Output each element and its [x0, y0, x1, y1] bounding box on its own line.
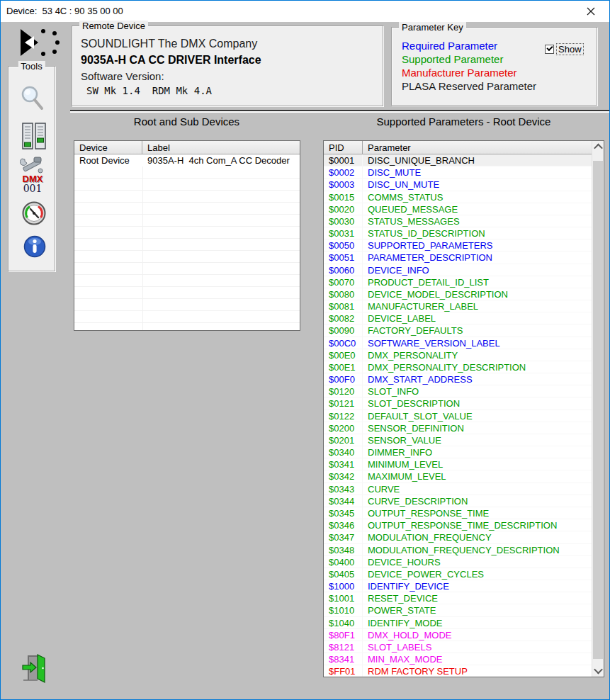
parameter-row[interactable]: $0050SUPPORTED_PARAMETERS	[324, 239, 593, 252]
parameter-row[interactable]: $0002DISC_MUTE	[324, 166, 593, 179]
checkbox-icon[interactable]	[545, 45, 554, 54]
discover-tool-button[interactable]	[20, 85, 45, 116]
parameter-pid: $0343	[324, 483, 363, 495]
show-checkbox-label[interactable]: Show	[556, 43, 584, 55]
remote-device-panel: Remote Device SOUNDLIGHT The DMX Company…	[72, 26, 383, 106]
parameter-row[interactable]: $8341MIN_MAX_MODE	[324, 653, 593, 665]
parameter-row[interactable]: $0090FACTORY_DEFAULTS	[324, 324, 593, 337]
parameter-row[interactable]: $0400DEVICE_HOURS	[324, 556, 593, 568]
parameter-row[interactable]: $0001DISC_UNIQUE_BRANCH	[324, 154, 593, 166]
parameter-row[interactable]: $0346OUTPUT_RESPONSE_TIME_DESCRIPTION	[324, 519, 593, 531]
parameter-row[interactable]: $0020QUEUED_MESSAGE	[324, 203, 593, 215]
parameter-row[interactable]: $1001RESET_DEVICE	[324, 592, 593, 604]
parameter-pid: $0122	[324, 410, 363, 422]
parameter-name: DISC_UNIQUE_BRANCH	[363, 154, 593, 166]
devices-column-device[interactable]: Device	[74, 141, 142, 154]
parameters-table-header: PID Parameter	[324, 141, 593, 154]
parameter-row[interactable]: $0081MANUFACTURER_LABEL	[324, 300, 593, 312]
scrollbar-down-button[interactable]	[592, 665, 604, 677]
parameters-table-body: $0001DISC_UNIQUE_BRANCH$0002DISC_MUTE$00…	[324, 154, 593, 677]
parameter-row[interactable]: $1040IDENTIFY_MODE	[324, 617, 593, 629]
show-checkbox[interactable]: Show	[545, 43, 584, 55]
parameter-name: SOFTWARE_VERSION_LABEL	[363, 337, 593, 349]
devices-column-label[interactable]: Label	[142, 141, 300, 154]
parameter-pid: $0003	[324, 179, 363, 190]
parameter-pid: $00C0	[324, 337, 363, 349]
parameter-name: COMMS_STATUS	[363, 191, 593, 203]
scrollbar[interactable]	[592, 141, 604, 677]
parameter-name: STATUS_MESSAGES	[363, 215, 593, 227]
parameter-row[interactable]: $0031STATUS_ID_DESCRIPTION	[324, 227, 593, 239]
device-row[interactable]: Root Device9035A-H 4ch Com_A CC Decoder	[74, 154, 300, 166]
parameter-pid: $0342	[324, 470, 363, 482]
parameter-pid: $0050	[324, 239, 363, 251]
parameter-row[interactable]: $8121SLOT_LABELS	[324, 641, 593, 653]
parameter-row[interactable]: $1010POWER_STATE	[324, 604, 593, 616]
parameter-row[interactable]: $0030STATUS_MESSAGES	[324, 215, 593, 227]
parameter-name: STATUS_ID_DESCRIPTION	[363, 227, 593, 239]
parameter-pid: $0020	[324, 203, 363, 215]
parameter-name: IDENTIFY_DEVICE	[363, 580, 593, 592]
parameter-row[interactable]: $0060DEVICE_INFO	[324, 264, 593, 276]
parameter-row[interactable]: $0122DEFAULT_SLOT_VALUE	[324, 410, 593, 422]
parameter-pid: $0070	[324, 276, 363, 288]
scrollbar-thumb[interactable]	[593, 161, 603, 659]
parameter-pid: $0347	[324, 531, 363, 543]
scrollbar-up-button[interactable]	[592, 141, 604, 153]
parameter-row[interactable]: $0120SLOT_INFO	[324, 385, 593, 397]
parameter-row[interactable]: $00C0SOFTWARE_VERSION_LABEL	[324, 337, 593, 349]
parameter-pid: $0080	[324, 288, 363, 300]
parameter-row[interactable]: $FF01RDM FACTORY SETUP	[324, 665, 593, 677]
parameter-row[interactable]: $0070PRODUCT_DETAIL_ID_LIST	[324, 276, 593, 288]
parameter-name: CURVE_DESCRIPTION	[363, 495, 593, 507]
parameter-row[interactable]: $0405DEVICE_POWER_CYCLES	[324, 568, 593, 580]
parameter-row[interactable]: $0347MODULATION_FREQUENCY	[324, 531, 593, 543]
parameter-name: DISC_UN_MUTE	[363, 179, 593, 190]
parameter-pid: $0348	[324, 544, 363, 555]
parameter-row[interactable]: $00E0DMX_PERSONALITY	[324, 349, 593, 361]
parameter-pid: $00F0	[324, 373, 363, 385]
info-tool-button[interactable]	[23, 235, 46, 261]
tools-panel: Tools	[8, 66, 55, 271]
parameter-row[interactable]: $0080DEVICE_MODEL_DESCRIPTION	[324, 288, 593, 300]
parameter-row[interactable]: $0082DEVICE_LABEL	[324, 312, 593, 324]
parameter-row[interactable]: $0342MAXIMUM_LEVEL	[324, 470, 593, 482]
parameter-pid: $1001	[324, 592, 363, 604]
dmx-address-tool-button[interactable]: DMX 001	[19, 156, 46, 194]
key-required-parameter: Required Parameter	[402, 40, 497, 52]
parameter-name: OUTPUT_RESPONSE_TIME	[363, 507, 593, 519]
parameters-column-pid[interactable]: PID	[324, 141, 363, 154]
parameters-column-parameter[interactable]: Parameter	[363, 141, 593, 154]
parameter-row[interactable]: $0341MINIMUM_LEVEL	[324, 458, 593, 470]
parameter-pid: $80F1	[324, 629, 363, 640]
parameters-table: PID Parameter $0001DISC_UNIQUE_BRANCH$00…	[323, 140, 604, 677]
parameter-pid: $0030	[324, 215, 363, 227]
parameter-row[interactable]: $1000IDENTIFY_DEVICE	[324, 580, 593, 592]
parameter-row[interactable]: $0051PARAMETER_DESCRIPTION	[324, 252, 593, 264]
parameter-pid: $0002	[324, 166, 363, 178]
dmx-address-value: 001	[19, 184, 46, 194]
parameter-row[interactable]: $0003DISC_UN_MUTE	[324, 179, 593, 191]
parameter-row[interactable]: $0015COMMS_STATUS	[324, 191, 593, 203]
parameter-row[interactable]: $0343CURVE	[324, 483, 593, 495]
parameter-name: DEVICE_MODEL_DESCRIPTION	[363, 288, 593, 300]
parameter-row[interactable]: $0340DIMMER_INFO	[324, 446, 593, 458]
faders-tool-button[interactable]	[22, 123, 46, 152]
parameter-row[interactable]: $0201SENSOR_VALUE	[324, 434, 593, 446]
close-icon	[587, 7, 595, 16]
parameter-row[interactable]: $00E1DMX_PERSONALITY_DESCRIPTION	[324, 361, 593, 373]
parameter-row[interactable]: $0200SENSOR_DEFINITION	[324, 422, 593, 434]
exit-button[interactable]	[22, 653, 47, 683]
close-button[interactable]	[577, 1, 605, 22]
gauge-tool-button[interactable]	[22, 201, 46, 228]
parameter-row[interactable]: $0344CURVE_DESCRIPTION	[324, 495, 593, 507]
parameter-row[interactable]: $0121SLOT_DESCRIPTION	[324, 397, 593, 410]
parameter-pid: $8341	[324, 653, 363, 665]
parameter-row[interactable]: $00F0DMX_START_ADDRESS	[324, 373, 593, 385]
parameter-pid: $0081	[324, 300, 363, 312]
parameter-row[interactable]: $0348MODULATION_FREQUENCY_DESCRIPTION	[324, 544, 593, 556]
parameter-name: PARAMETER_DESCRIPTION	[363, 252, 593, 263]
parameter-row[interactable]: $0345OUTPUT_RESPONSE_TIME	[324, 507, 593, 519]
software-version-label: Software Version:	[81, 70, 164, 82]
parameter-row[interactable]: $80F1DMX_HOLD_MODE	[324, 629, 593, 641]
